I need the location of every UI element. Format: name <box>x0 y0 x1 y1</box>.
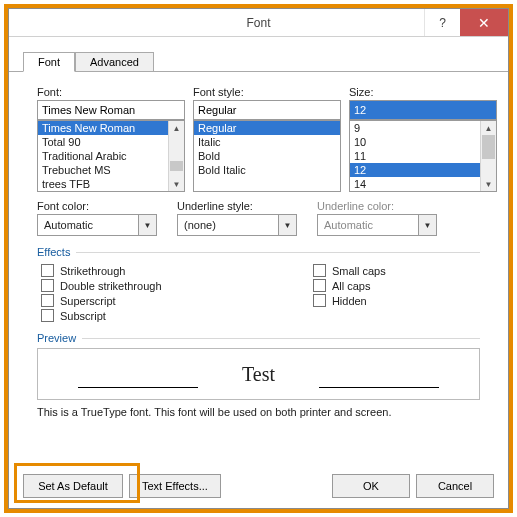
size-input[interactable] <box>349 100 497 120</box>
list-item[interactable]: 9 <box>350 121 480 135</box>
scroll-thumb[interactable] <box>482 135 495 159</box>
dialog-footer: Set As Default Text Effects... OK Cancel <box>9 464 508 508</box>
close-icon: ✕ <box>478 15 490 31</box>
list-item[interactable]: 11 <box>350 149 480 163</box>
ok-button[interactable]: OK <box>332 474 410 498</box>
font-input[interactable] <box>37 100 185 120</box>
list-item[interactable]: 12 <box>350 163 480 177</box>
preview-label: Preview <box>37 332 82 344</box>
cancel-button[interactable]: Cancel <box>416 474 494 498</box>
font-label: Font: <box>37 86 185 98</box>
text-effects-button[interactable]: Text Effects... <box>129 474 221 498</box>
double-strikethrough-checkbox[interactable]: Double strikethrough <box>41 279 313 292</box>
scrollbar[interactable]: ▲ ▼ <box>480 121 496 191</box>
font-dialog: Font ? ✕ Font Advanced Font: Times New R… <box>8 8 509 509</box>
font-listbox[interactable]: Times New Roman Total 90 Traditional Ara… <box>37 120 185 192</box>
font-color-combo[interactable]: Automatic ▼ <box>37 214 157 236</box>
effects-label: Effects <box>37 246 76 258</box>
list-item[interactable]: Total 90 <box>38 135 168 149</box>
titlebar: Font ? ✕ <box>9 9 508 37</box>
list-item[interactable]: Italic <box>194 135 340 149</box>
font-style-label: Font style: <box>193 86 341 98</box>
set-as-default-button[interactable]: Set As Default <box>23 474 123 498</box>
list-item[interactable]: Times New Roman <box>38 121 168 135</box>
size-listbox[interactable]: 9 10 11 12 14 ▲ ▼ <box>349 120 497 192</box>
tab-bar: Font Advanced <box>9 41 508 72</box>
scroll-down-icon[interactable]: ▼ <box>481 177 496 191</box>
tab-font[interactable]: Font <box>23 52 75 72</box>
list-item[interactable]: Regular <box>194 121 340 135</box>
scroll-up-icon[interactable]: ▲ <box>481 121 496 135</box>
scrollbar[interactable]: ▲ ▼ <box>168 121 184 191</box>
chevron-down-icon: ▼ <box>138 215 156 235</box>
help-button[interactable]: ? <box>424 9 460 36</box>
font-hint: This is a TrueType font. This font will … <box>37 406 480 418</box>
list-item[interactable]: Bold <box>194 149 340 163</box>
list-item[interactable]: Bold Italic <box>194 163 340 177</box>
list-item[interactable]: 14 <box>350 177 480 191</box>
all-caps-checkbox[interactable]: All caps <box>313 279 476 292</box>
list-item[interactable]: Trebuchet MS <box>38 163 168 177</box>
dialog-title: Font <box>246 16 270 30</box>
list-item[interactable]: trees TFB <box>38 177 168 191</box>
chevron-down-icon: ▼ <box>418 215 436 235</box>
font-style-listbox[interactable]: Regular Italic Bold Bold Italic <box>193 120 341 192</box>
underline-style-label: Underline style: <box>177 200 297 212</box>
list-item[interactable]: Traditional Arabic <box>38 149 168 163</box>
superscript-checkbox[interactable]: Superscript <box>41 294 313 307</box>
list-item[interactable]: 10 <box>350 135 480 149</box>
preview-box: Test <box>37 348 480 400</box>
scroll-down-icon[interactable]: ▼ <box>169 177 184 191</box>
underline-color-combo: Automatic ▼ <box>317 214 437 236</box>
scroll-up-icon[interactable]: ▲ <box>169 121 184 135</box>
scroll-thumb[interactable] <box>170 161 183 171</box>
font-style-input[interactable] <box>193 100 341 120</box>
font-color-label: Font color: <box>37 200 157 212</box>
close-button[interactable]: ✕ <box>460 9 508 36</box>
hidden-checkbox[interactable]: Hidden <box>313 294 476 307</box>
chevron-down-icon: ▼ <box>278 215 296 235</box>
underline-color-label: Underline color: <box>317 200 437 212</box>
small-caps-checkbox[interactable]: Small caps <box>313 264 476 277</box>
size-label: Size: <box>349 86 497 98</box>
preview-text: Test <box>242 363 275 386</box>
strikethrough-checkbox[interactable]: Strikethrough <box>41 264 313 277</box>
underline-style-combo[interactable]: (none) ▼ <box>177 214 297 236</box>
subscript-checkbox[interactable]: Subscript <box>41 309 313 322</box>
tab-advanced[interactable]: Advanced <box>75 52 154 72</box>
